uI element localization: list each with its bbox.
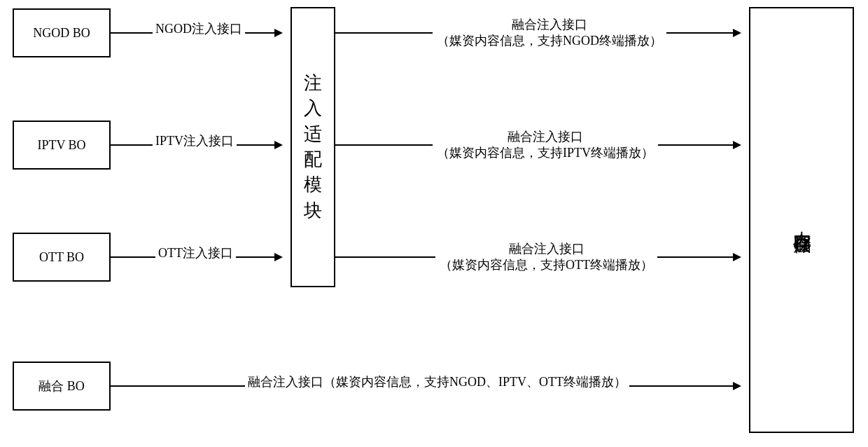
ngod-out-label: 融合注入接口 （媒资内容信息，支持NGOD终端播放） <box>433 15 666 51</box>
ott-bo-label: OTT BO <box>39 250 84 265</box>
ngod-out-title: 融合注入接口 <box>512 18 587 32</box>
storage-layer-box: 内容存储层 <box>749 7 854 433</box>
ngod-in-label: NGOD注入接口 <box>153 21 245 37</box>
iptv-bo-box: IPTV BO <box>13 121 111 170</box>
ott-out-title: 融合注入接口 <box>509 242 584 256</box>
iptv-out-sub: （媒资内容信息，支持IPTV终端播放） <box>437 146 654 160</box>
fusion-bo-box: 融合 BO <box>13 362 111 411</box>
adapter-module-box: 注入适配模块 <box>290 7 335 287</box>
ngod-out-sub: （媒资内容信息，支持NGOD终端播放） <box>437 34 662 48</box>
ott-out-label: 融合注入接口 （媒资内容信息，支持OTT终端播放） <box>435 240 657 275</box>
fusion-direct-label: 融合注入接口（媒资内容信息，支持NGOD、IPTV、OTT终端播放） <box>245 374 629 390</box>
ngod-bo-label: NGOD BO <box>33 26 90 41</box>
ott-out-sub: （媒资内容信息，支持OTT终端播放） <box>440 258 653 272</box>
iptv-in-label: IPTV注入接口 <box>153 133 237 149</box>
storage-layer-label: 内容存储层 <box>789 216 814 224</box>
fusion-bo-label: 融合 BO <box>38 378 85 394</box>
ngod-bo-box: NGOD BO <box>13 8 111 57</box>
ott-bo-box: OTT BO <box>13 233 111 282</box>
adapter-module-label: 注入适配模块 <box>292 71 334 224</box>
iptv-out-label: 融合注入接口 （媒资内容信息，支持IPTV终端播放） <box>433 128 658 163</box>
iptv-out-title: 融合注入接口 <box>507 130 583 144</box>
iptv-bo-label: IPTV BO <box>37 138 85 153</box>
ott-in-label: OTT注入接口 <box>155 245 236 261</box>
